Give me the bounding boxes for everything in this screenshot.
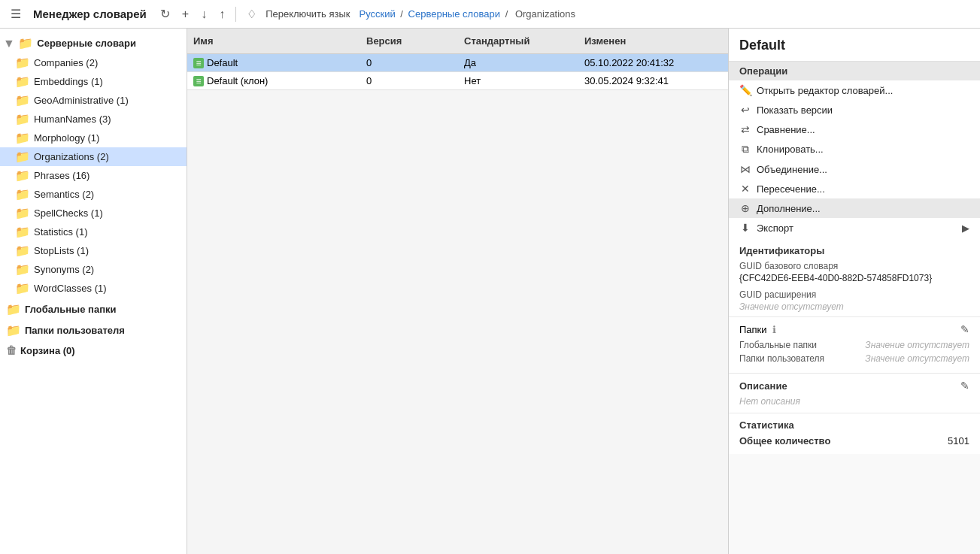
operation-export[interactable]: ⬇ Экспорт ▶ [729, 218, 980, 238]
sidebar-item-semantics[interactable]: 📁 Semantics (2) [0, 185, 187, 204]
sidebar: ▼ 📁 Серверные словари 📁 Companies (2)📁 E… [0, 29, 187, 554]
sidebar-item-companies[interactable]: 📁 Companies (2) [0, 53, 187, 72]
sidebar-item-embeddings[interactable]: 📁 Embeddings (1) [0, 72, 187, 91]
sidebar-item-phrases[interactable]: 📁 Phrases (16) [0, 166, 187, 185]
divider [235, 7, 236, 22]
operation-merge[interactable]: ⋈Объединение... [729, 159, 980, 179]
operation-compare[interactable]: ⇄Сравнение... [729, 120, 980, 139]
stats-total-value: 5101 [948, 435, 969, 447]
breadcrumb: Русский / Серверные словари / Organizati… [359, 8, 578, 20]
sidebar-item-humannames[interactable]: 📁 HumanNames (3) [0, 110, 187, 129]
switch-lang-button[interactable]: Переключить язык [261, 7, 354, 21]
sidebar-item-morphology[interactable]: 📁 Morphology (1) [0, 129, 187, 147]
operations-header: Операции [729, 62, 980, 80]
table-row[interactable]: ≡Default0Да05.10.2022 20:41:32Megaputer [187, 54, 728, 72]
operation-show-versions[interactable]: ↩Показать версии [729, 100, 980, 120]
op-label-compare: Сравнение... [757, 124, 815, 135]
header-version: Версия [360, 32, 458, 50]
statistics-title: Статистика [739, 419, 969, 431]
download-button[interactable]: ↓ [196, 5, 211, 23]
folder-icon-humannames: 📁 [15, 112, 30, 126]
folders-edit-icon[interactable]: ✎ [960, 323, 969, 335]
breadcrumb-category[interactable]: Серверные словари [408, 8, 500, 20]
description-header: Описание ✎ [739, 380, 969, 392]
header-standard: Стандартный [458, 32, 578, 50]
guid-base-value: {CFC42DE6-EEB4-40D0-882D-574858FD1073} [739, 273, 969, 283]
folders-user-row: Папки пользователя Значение отсутствует [739, 353, 969, 364]
user-folders-label: Папки пользователя [25, 325, 125, 336]
breadcrumb-sep1: / [400, 8, 403, 20]
folder-icon-companies: 📁 [15, 56, 30, 70]
identifiers-section: Идентификаторы GUID базового словаря {CF… [729, 238, 980, 316]
global-folders-val: Значение отсутствует [865, 340, 969, 350]
global-folders-label: Глобальные папки [25, 304, 117, 315]
breadcrumb-current: Organizations [515, 8, 575, 20]
operation-open-editor[interactable]: ✏️Открыть редактор словарей... [729, 80, 980, 100]
export-label: Экспорт [757, 223, 793, 234]
op-label-clone: Клонировать... [757, 144, 824, 155]
sidebar-item-organizations[interactable]: 📁 Organizations (2) [0, 147, 187, 166]
panel-title: Default [729, 29, 980, 62]
op-icon-clone: ⧉ [739, 143, 751, 156]
sidebar-user-folders[interactable]: 📁 Папки пользователя [0, 319, 187, 340]
operation-supplement[interactable]: ⊕Дополнение... [729, 198, 980, 218]
operations-list: ✏️Открыть редактор словарей...↩Показать … [729, 80, 980, 238]
folders-section: Папки ℹ ✎ Глобальные папки Значение отсу… [729, 316, 980, 373]
export-left: ⬇ Экспорт [739, 222, 793, 234]
folder-icon-spellchecks: 📁 [15, 206, 30, 220]
export-icon: ⬇ [739, 222, 751, 234]
description-edit-icon[interactable]: ✎ [960, 380, 969, 392]
folder-icon-geoadmin: 📁 [15, 93, 30, 107]
refresh-button[interactable]: ↻ [156, 5, 174, 23]
user-folders-key: Папки пользователя [739, 353, 824, 364]
sidebar-item-spellchecks[interactable]: 📁 SpellChecks (1) [0, 204, 187, 223]
folder-icon-synonyms: 📁 [15, 262, 30, 277]
folder-icon-phrases: 📁 [15, 168, 30, 183]
sidebar-item-label-phrases: Phrases (16) [34, 170, 90, 181]
global-folder-icon: 📁 [6, 302, 21, 316]
sidebar-global-folders[interactable]: 📁 Глобальные папки [0, 298, 187, 319]
table-row[interactable]: ≡Default (клон)0Нет30.05.2024 9:32:41Use… [187, 72, 728, 90]
sidebar-item-statistics[interactable]: 📁 Statistics (1) [0, 223, 187, 241]
cell-version-0: 0 [360, 54, 458, 71]
root-folder-icon: ▼ 📁 [3, 36, 33, 50]
sidebar-item-label-humannames: HumanNames (3) [34, 114, 111, 125]
sidebar-item-label-geoadmin: GeoAdministrative (1) [34, 95, 129, 106]
op-label-intersect: Пересечение... [757, 183, 825, 195]
upload-button[interactable]: ↑ [214, 5, 229, 23]
sidebar-item-stoplists[interactable]: 📁 StopLists (1) [0, 241, 187, 260]
cell-standard-1: Нет [458, 72, 578, 89]
operation-clone[interactable]: ⧉Клонировать... [729, 139, 980, 159]
user-folder-icon: 📁 [6, 323, 21, 338]
sidebar-root-servers[interactable]: ▼ 📁 Серверные словари [0, 33, 187, 53]
identifiers-title: Идентификаторы [739, 245, 969, 256]
folders-title: Папки ℹ [739, 324, 776, 335]
sidebar-items-container: 📁 Companies (2)📁 Embeddings (1)📁 GeoAdmi… [0, 53, 187, 298]
description-title: Описание [739, 380, 787, 392]
sidebar-item-label-wordclasses: WordClasses (1) [34, 283, 107, 294]
dict-icon-0: ≡ [193, 58, 204, 68]
folders-title-text: Папки [739, 324, 767, 335]
op-icon-show-versions: ↩ [739, 104, 751, 116]
folder-icon-organizations: 📁 [15, 150, 30, 164]
description-value: Нет описания [739, 396, 969, 407]
user-folders-val: Значение отсутствует [865, 353, 969, 364]
add-button[interactable]: + [177, 5, 193, 23]
op-icon-merge: ⋈ [739, 163, 751, 175]
menu-button[interactable]: ☰ [6, 5, 26, 23]
sidebar-item-wordclasses[interactable]: 📁 WordClasses (1) [0, 279, 187, 298]
sidebar-trash[interactable]: 🗑 Корзина (0) [0, 340, 187, 359]
trash-icon: 🗑 [6, 344, 17, 356]
header-name: Имя [187, 32, 360, 50]
op-icon-supplement: ⊕ [739, 202, 751, 214]
sidebar-item-geoadmin[interactable]: 📁 GeoAdministrative (1) [0, 91, 187, 110]
breadcrumb-lang[interactable]: Русский [359, 8, 395, 20]
folder-icon-semantics: 📁 [15, 187, 30, 201]
main-layout: ▼ 📁 Серверные словари 📁 Companies (2)📁 E… [0, 29, 980, 554]
operation-intersect[interactable]: ✕Пересечение... [729, 179, 980, 198]
sidebar-item-synonyms[interactable]: 📁 Synonyms (2) [0, 260, 187, 279]
sidebar-item-label-stoplists: StopLists (1) [34, 245, 89, 256]
cell-modified-0: 05.10.2022 20:41:32 [578, 54, 728, 71]
cell-version-1: 0 [360, 72, 458, 89]
sidebar-root-label: Серверные словари [37, 38, 136, 49]
